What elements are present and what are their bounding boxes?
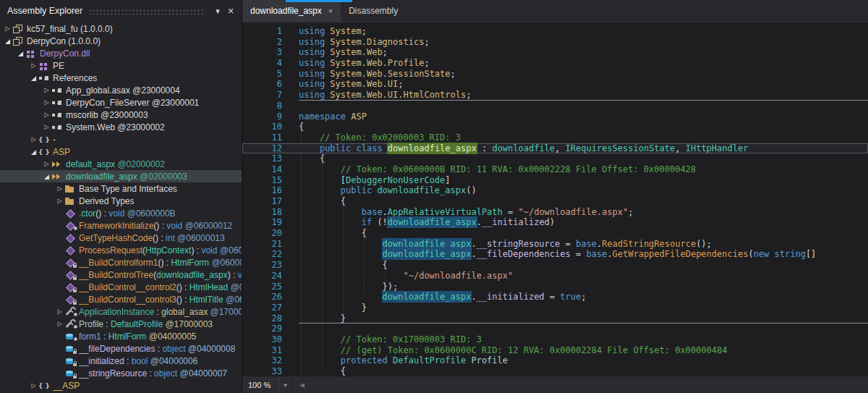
- tree-item[interactable]: ▷{ }-: [0, 133, 242, 145]
- expander-icon[interactable]: ▷: [3, 25, 12, 32]
- tree-item[interactable]: ▷Derived Types: [0, 195, 242, 207]
- expander-icon[interactable]: ▷: [42, 124, 51, 130]
- tree-item[interactable]: ◢downloadfile_aspx @02000003: [0, 170, 242, 182]
- tree-item[interactable]: __BuildControl__control2() : HtmlHead @0…: [0, 281, 242, 293]
- code-line[interactable]: 14 // Token: 0x0600000B RID: 11 RVA: 0x0…: [242, 164, 868, 175]
- code-line[interactable]: 24 "~/downloadfile.aspx": [242, 271, 868, 282]
- tree-item[interactable]: ▷System.Web @23000002: [0, 121, 242, 133]
- code-line[interactable]: 29: [242, 324, 868, 334]
- field-icon: [64, 344, 75, 354]
- close-icon[interactable]: ×: [328, 7, 333, 15]
- tree-item[interactable]: GetTypeHashCode() : int @06000013: [0, 232, 242, 244]
- tree-item[interactable]: ▷Base Type and Interfaces: [0, 182, 242, 195]
- expander-icon[interactable]: ▷: [42, 99, 51, 106]
- tree-item[interactable]: __stringResource : object @04000007: [0, 367, 242, 379]
- tree-item[interactable]: .ctor() : void @0600000B: [0, 207, 242, 219]
- tree-item[interactable]: ProcessRequest(HttpContext) : void @0600…: [0, 244, 242, 256]
- tab-Disassembly[interactable]: Disassembly: [341, 0, 406, 22]
- code-line[interactable]: 15 [DebuggerNonUserCode]: [242, 175, 868, 186]
- tree-item[interactable]: __BuildControl__control3() : HtmlTitle @…: [0, 293, 242, 305]
- code-line[interactable]: 5using System.Web.SessionState;: [242, 69, 868, 80]
- zoom-level-control[interactable]: 100 %: [242, 377, 279, 393]
- code-line[interactable]: 4using System.Web.Profile;: [242, 58, 868, 69]
- code-line[interactable]: 26 downloadfile_aspx.__initialized = tru…: [242, 292, 868, 303]
- code-line[interactable]: 31 // (get) Token: 0x0600000C RID: 12 RV…: [242, 345, 868, 356]
- expander-icon[interactable]: ▷: [55, 321, 64, 327]
- code-line[interactable]: 8: [242, 101, 868, 111]
- expander-icon[interactable]: ◢: [29, 75, 38, 82]
- tree-item[interactable]: ▷default_aspx @02000002: [0, 158, 242, 170]
- tree-item[interactable]: __BuildControlTree(downloadfile_aspx) : …: [0, 269, 242, 281]
- code-line[interactable]: 22 downloadfile_aspx.__fileDependencies …: [242, 249, 868, 260]
- code-line[interactable]: 2using System.Diagnostics;: [242, 37, 868, 48]
- tree-item[interactable]: ▷kc57_final_fu (1.0.0.0): [0, 22, 242, 35]
- tree-item[interactable]: ▷*Profile : DefaultProfile @17000003: [0, 318, 242, 330]
- expander-icon[interactable]: ▷: [29, 136, 38, 143]
- code-line[interactable]: 19 if (!downloadfile_aspx.__initialized): [242, 217, 868, 228]
- scroll-left-icon[interactable]: ◀: [299, 381, 305, 389]
- code-line[interactable]: 11 // Token: 0x02000003 RID: 3: [242, 132, 868, 143]
- tree-item-label: form1 : HtmlForm @04000005: [79, 331, 196, 342]
- tree-item[interactable]: __BuildControlform1() : HtmlForm @060000…: [0, 256, 242, 269]
- code-line[interactable]: 13 {: [242, 153, 868, 164]
- tree-item[interactable]: ◢References: [0, 72, 242, 84]
- code-line[interactable]: 3using System.Web;: [242, 47, 868, 58]
- tree-item-label: References: [53, 73, 97, 83]
- tree-item[interactable]: ◢{ }ASP: [0, 145, 242, 158]
- code-line[interactable]: 20 {: [242, 228, 868, 239]
- expander-icon[interactable]: ▷: [29, 62, 38, 69]
- panel-menu-icon[interactable]: ▾: [211, 4, 224, 18]
- line-number: 14: [242, 164, 282, 175]
- tree-item[interactable]: ▷*ApplicationInstance : global_asax @170…: [0, 305, 242, 318]
- expander-icon[interactable]: ▷: [55, 308, 64, 315]
- expander-icon[interactable]: ▷: [42, 87, 51, 93]
- code-line[interactable]: 9namespace ASP: [242, 111, 868, 122]
- tree-item[interactable]: ◢DerpyCon (1.0.0.0): [0, 35, 242, 47]
- code-line[interactable]: 30 // Token: 0x17000003 RID: 3: [242, 334, 868, 345]
- tree-item[interactable]: ▷mscorlib @23000003: [0, 109, 242, 121]
- code-line[interactable]: 10{: [242, 122, 868, 132]
- tree-item[interactable]: ▷App_global.asax @23000004: [0, 84, 242, 96]
- code-text: protected DefaultProfile Profile: [299, 355, 508, 366]
- tree-item[interactable]: __fileDependencies : object @04000008: [0, 342, 242, 355]
- line-number: 24: [242, 271, 282, 282]
- tree-item[interactable]: ▷DerpyCon_FileServer @23000001: [0, 96, 242, 109]
- code-line[interactable]: 25 });: [242, 282, 868, 292]
- tree-item[interactable]: *FrameworkInitialize() : void @06000012: [0, 219, 242, 232]
- code-line[interactable]: 16 public downloadfile_aspx(): [242, 185, 868, 196]
- tree-item[interactable]: __initialized : bool @04000006: [0, 355, 242, 367]
- expander-icon[interactable]: ▷: [29, 382, 38, 389]
- code-line[interactable]: 28 }: [242, 313, 868, 324]
- expander-icon[interactable]: ◢: [3, 38, 12, 45]
- method-icon: [64, 282, 75, 292]
- code-line[interactable]: 32 protected DefaultProfile Profile: [242, 355, 868, 366]
- tree-item[interactable]: ▷{ }__ASP: [0, 379, 242, 392]
- code-line[interactable]: 21 downloadfile_aspx.__stringResource = …: [242, 239, 868, 250]
- zoom-dropdown-icon[interactable]: ▾: [279, 377, 292, 393]
- code-view[interactable]: 1using System;2using System.Diagnostics;…: [242, 22, 868, 376]
- expander-icon[interactable]: ◢: [29, 148, 38, 156]
- tree-item[interactable]: *form1 : HtmlForm @04000005: [0, 330, 242, 342]
- code-line[interactable]: 7using System.Web.UI.HtmlControls;: [242, 90, 868, 101]
- panel-close-icon[interactable]: ✕: [224, 4, 237, 18]
- code-line[interactable]: 23 {: [242, 260, 868, 271]
- expander-icon[interactable]: ▷: [55, 185, 64, 192]
- code-line[interactable]: 17 {: [242, 196, 868, 207]
- expander-icon[interactable]: ▷: [42, 161, 51, 167]
- code-line[interactable]: 33 {: [242, 366, 868, 376]
- code-line[interactable]: 6using System.Web.UI;: [242, 79, 868, 90]
- code-line[interactable]: 18 base.AppRelativeVirtualPath = "~/down…: [242, 207, 868, 218]
- expander-icon[interactable]: ▷: [55, 198, 64, 204]
- tree-item[interactable]: ◢DerpyCon.dll: [0, 47, 242, 59]
- code-line[interactable]: 1using System;: [242, 26, 868, 37]
- code-line[interactable]: 27 }: [242, 303, 868, 313]
- expander-icon[interactable]: ◢: [42, 173, 51, 180]
- expander-icon[interactable]: ◢: [16, 50, 25, 57]
- line-number: 27: [242, 303, 282, 313]
- expander-icon[interactable]: ▷: [42, 111, 51, 118]
- code-text: [DebuggerNonUserCode]: [299, 175, 451, 186]
- horizontal-scrollbar[interactable]: ◀: [292, 376, 868, 393]
- code-line[interactable]: 12 public class downloadfile_aspx : down…: [242, 143, 868, 154]
- tab-downloadfile_aspx[interactable]: downloadfile_aspx×: [242, 0, 341, 22]
- tree-item[interactable]: ▷PE: [0, 59, 242, 72]
